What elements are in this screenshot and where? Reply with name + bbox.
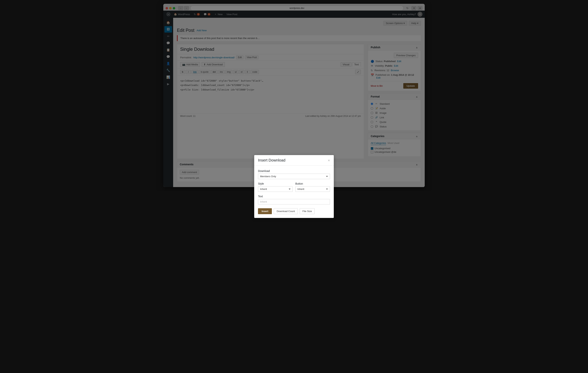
modal-title: Insert Download (258, 158, 285, 162)
modal-download-field: Download Members Only Option 2 Option 3 (258, 169, 330, 179)
style-label: Style (258, 182, 293, 185)
modal-header: Insert Download × (254, 155, 334, 166)
button-label: Button (295, 182, 330, 185)
modal-style-button-row: Style Inherit Button Text Button Inherit… (258, 182, 330, 191)
modal-body: Download Members Only Option 2 Option 3 … (254, 166, 334, 191)
modal-style-col: Style Inherit Button Text (258, 182, 293, 191)
style-select[interactable]: Inherit Button Text (258, 186, 293, 191)
modal-close-button[interactable]: × (328, 158, 330, 162)
download-label: Download (258, 169, 330, 173)
modal-button-col: Button Inherit Black Blue Red (295, 182, 330, 191)
download-select[interactable]: Members Only Option 2 Option 3 (258, 174, 330, 179)
button-select[interactable]: Inherit Black Blue Red (295, 186, 330, 191)
modal-overlay[interactable]: Insert Download × Download Members Only … (0, 0, 588, 191)
insert-download-modal: Insert Download × Download Members Only … (254, 155, 334, 191)
